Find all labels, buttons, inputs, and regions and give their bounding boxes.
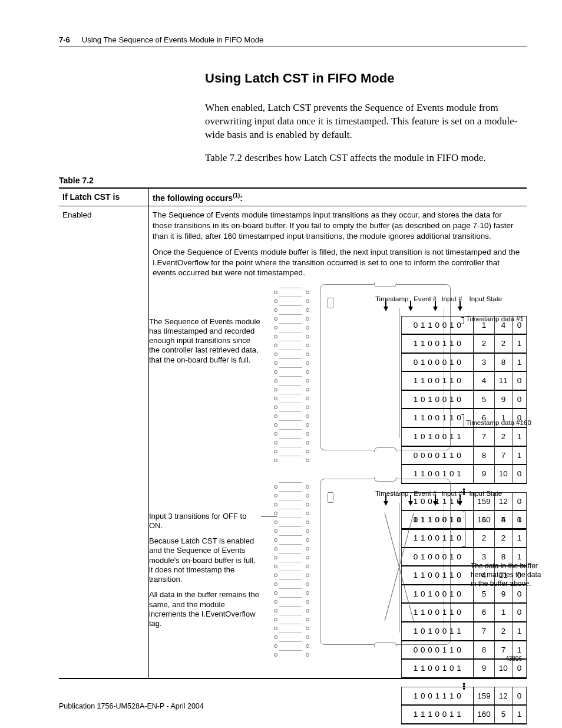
diag2-col-heads: Timestamp Event # Input # Input State bbox=[375, 489, 502, 498]
diag1-col-heads: Timestamp Event # Input # Input State bbox=[375, 295, 502, 304]
diag2-annot-left-c: All data in the buffer remains the same,… bbox=[149, 590, 261, 628]
col-state: Input State bbox=[470, 489, 503, 498]
diag1-rack bbox=[279, 288, 302, 453]
diag2-rack bbox=[279, 482, 302, 647]
th2-post: : bbox=[240, 193, 243, 202]
diag2-annot-left-b: Because Latch CST is enabled and the Seq… bbox=[149, 536, 261, 584]
figure-reference: 43806 bbox=[505, 655, 522, 663]
bracket-icon bbox=[460, 512, 465, 547]
row1-col2: The Sequence of Events module timestamps… bbox=[149, 206, 527, 282]
diag2-annot-right: The data in the buffer here matches the … bbox=[471, 562, 541, 588]
body-para-2: Table 7.2 describes how Latch CST affect… bbox=[205, 151, 527, 165]
col-timestamp: Timestamp bbox=[375, 295, 412, 304]
running-header: 7-6 Using The Sequence of Events Module … bbox=[59, 35, 527, 44]
table-head-col2: the following occurs(1): bbox=[149, 188, 527, 206]
col-input: Input # bbox=[441, 489, 467, 498]
diag1-side-bottom: Timestamp data #160 bbox=[466, 419, 531, 427]
diag1-side-top: Timestamp data #1 bbox=[466, 315, 524, 324]
diagram-2: Input 3 transitions for OFF to ON. Becau… bbox=[149, 476, 527, 665]
row1-col1: Enabled bbox=[59, 206, 149, 282]
latch-cst-table: If Latch CST is the following occurs(1):… bbox=[59, 187, 527, 679]
row1-col2-p2: Once the Sequence of Events module buffe… bbox=[153, 247, 523, 278]
page-number: 7-6 bbox=[59, 35, 70, 44]
diagram-cell: The Sequence of Events module has timest… bbox=[149, 282, 527, 678]
col-input: Input # bbox=[441, 295, 467, 304]
th2-pre: the following occurs bbox=[153, 193, 233, 202]
row1-col2-p1: The Sequence of Events module timestamps… bbox=[153, 210, 523, 241]
running-title: Using The Sequence of Events Module in F… bbox=[82, 35, 263, 44]
diag1-annot-left: The Sequence of Events module has timest… bbox=[149, 317, 261, 365]
header-rule bbox=[59, 47, 527, 47]
diag2-annot-left: Input 3 transitions for OFF to ON. Becau… bbox=[149, 512, 261, 629]
section-title: Using Latch CST in FIFO Mode bbox=[205, 71, 527, 86]
footer-publication: Publication 1756-UM528A-EN-P - April 200… bbox=[59, 702, 204, 710]
table-head-col1: If Latch CST is bbox=[59, 188, 149, 206]
diag2-annot-left-a: Input 3 transitions for OFF to ON. bbox=[149, 512, 261, 531]
table-label: Table 7.2 bbox=[59, 176, 527, 185]
diagram-1: The Sequence of Events module has timest… bbox=[149, 282, 527, 465]
th2-sup: (1) bbox=[233, 192, 240, 199]
col-state: Input State bbox=[470, 295, 503, 304]
bracket-icon bbox=[459, 317, 464, 324]
col-timestamp: Timestamp bbox=[375, 489, 412, 498]
bracket-icon bbox=[459, 414, 464, 427]
body-para-1: When enabled, Latch CST prevents the Seq… bbox=[205, 101, 527, 142]
